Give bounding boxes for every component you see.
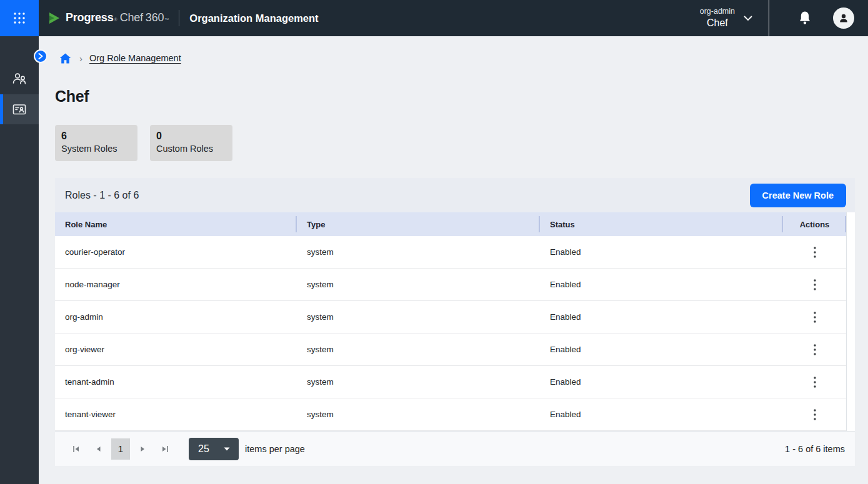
- cell-type: system: [297, 366, 540, 398]
- roles-panel: Roles - 1 - 6 of 6 Create New Role Role …: [55, 178, 855, 466]
- table-row: tenant-viewer system Enabled: [55, 398, 855, 431]
- user-org-label: Chef: [707, 16, 728, 29]
- custom-roles-count: 0: [156, 130, 232, 142]
- row-actions-kebab-button[interactable]: [809, 309, 821, 325]
- cell-type: system: [297, 301, 540, 333]
- column-header-type[interactable]: Type: [297, 212, 540, 236]
- id-card-icon: [11, 102, 27, 117]
- brand-primary-text: Progress: [66, 11, 113, 24]
- next-page-button[interactable]: [131, 438, 154, 460]
- org-switcher[interactable]: org-admin Chef: [700, 7, 735, 29]
- cell-status: Enabled: [540, 301, 783, 333]
- table-row: node-manager system Enabled: [55, 269, 855, 301]
- previous-page-button[interactable]: [87, 438, 110, 460]
- table-scrollbar-track[interactable]: [846, 212, 855, 431]
- bell-icon: [798, 11, 812, 26]
- progress-chevron-icon: [47, 11, 61, 25]
- page-number-button[interactable]: 1: [111, 438, 130, 460]
- top-bar: Progress® Chef 360™ Organization Managem…: [0, 0, 868, 36]
- cell-role-name: tenant-viewer: [55, 398, 297, 430]
- pagination-range-label: 1 - 6 of 6 items: [785, 444, 845, 454]
- brand-secondary-text: Chef: [120, 11, 143, 24]
- system-roles-label: System Roles: [61, 142, 137, 155]
- system-roles-count: 6: [61, 130, 137, 142]
- breadcrumb-separator-icon: ›: [79, 53, 82, 64]
- brand-logo: Progress® Chef 360™: [47, 11, 169, 25]
- row-actions-kebab-button[interactable]: [809, 277, 821, 293]
- cell-status: Enabled: [540, 269, 783, 300]
- registered-mark: ®: [114, 17, 117, 22]
- trademark-mark: ™: [164, 17, 169, 22]
- items-per-page-label: items per page: [245, 444, 305, 454]
- table-row: courier-operator system Enabled: [55, 236, 855, 269]
- roles-panel-title: Roles - 1 - 6 of 6: [65, 190, 139, 201]
- cell-role-name: courier-operator: [55, 236, 297, 268]
- chevron-down-icon[interactable]: [744, 16, 752, 21]
- waffle-grid-icon: [12, 11, 26, 25]
- table-row: org-viewer system Enabled: [55, 333, 855, 366]
- column-header-role-name[interactable]: Role Name: [55, 212, 297, 236]
- stat-cards: 6 System Roles 0 Custom Roles: [55, 125, 868, 161]
- main-content: › Org Role Management Chef 6 System Role…: [39, 36, 868, 484]
- cell-status: Enabled: [540, 333, 783, 365]
- first-page-button[interactable]: [65, 438, 87, 460]
- custom-roles-label: Custom Roles: [156, 142, 232, 155]
- row-actions-kebab-button[interactable]: [809, 407, 821, 423]
- row-actions-kebab-button[interactable]: [809, 244, 821, 260]
- caret-down-icon: [224, 447, 230, 451]
- last-page-button[interactable]: [154, 438, 176, 460]
- column-header-actions: Actions: [783, 212, 846, 236]
- user-role-label: org-admin: [700, 7, 735, 16]
- topbar-divider: [179, 10, 179, 26]
- sidebar-item-roles[interactable]: [0, 94, 39, 124]
- table-row: org-admin system Enabled: [55, 301, 855, 333]
- breadcrumb: › Org Role Management: [55, 50, 868, 66]
- row-actions-kebab-button[interactable]: [809, 374, 821, 390]
- notifications-button[interactable]: [798, 11, 812, 26]
- user-avatar-button[interactable]: [833, 7, 854, 29]
- cell-type: system: [297, 398, 540, 430]
- cell-role-name: tenant-admin: [55, 366, 297, 398]
- caret-right-icon: [137, 444, 147, 454]
- topbar-right-divider: [769, 0, 769, 36]
- cell-status: Enabled: [540, 236, 783, 268]
- breadcrumb-current-link[interactable]: Org Role Management: [89, 53, 181, 63]
- person-icon: [838, 12, 849, 24]
- roles-panel-header: Roles - 1 - 6 of 6 Create New Role: [55, 178, 855, 212]
- cell-role-name: node-manager: [55, 269, 297, 300]
- page-size-value: 25: [198, 443, 209, 455]
- seek-first-icon: [71, 444, 81, 454]
- table-row: tenant-admin system Enabled: [55, 366, 855, 398]
- create-new-role-button[interactable]: Create New Role: [750, 184, 846, 207]
- system-roles-card: 6 System Roles: [55, 125, 137, 161]
- page-title: Chef: [55, 87, 868, 106]
- sidebar-item-users[interactable]: [0, 64, 39, 94]
- pagination-bar: 1 25 items per page 1 - 6 of 6 items: [55, 431, 855, 466]
- column-header-status[interactable]: Status: [540, 212, 783, 236]
- cell-role-name: org-admin: [55, 301, 297, 333]
- users-icon: [11, 71, 27, 86]
- seek-last-icon: [160, 444, 170, 454]
- breadcrumb-home-link[interactable]: [59, 53, 71, 64]
- table-body: courier-operator system Enabled node-man…: [55, 236, 855, 431]
- sidebar-expand-button[interactable]: [34, 49, 47, 63]
- row-actions-kebab-button[interactable]: [809, 342, 821, 358]
- page-size-dropdown[interactable]: 25: [189, 438, 239, 460]
- chevron-right-icon: [38, 53, 43, 59]
- app-title: Organization Management: [189, 12, 318, 24]
- app-launcher-button[interactable]: [0, 0, 39, 36]
- cell-status: Enabled: [540, 366, 783, 398]
- cell-type: system: [297, 269, 540, 300]
- home-icon: [59, 53, 71, 64]
- caret-left-icon: [94, 444, 104, 454]
- cell-type: system: [297, 333, 540, 365]
- left-sidebar: [0, 36, 39, 484]
- cell-role-name: org-viewer: [55, 333, 297, 365]
- brand-suffix-text: 360: [146, 11, 164, 24]
- cell-type: system: [297, 236, 540, 268]
- cell-status: Enabled: [540, 398, 783, 430]
- custom-roles-card: 0 Custom Roles: [150, 125, 232, 161]
- table-header-row: Role Name Type Status Actions: [55, 212, 855, 236]
